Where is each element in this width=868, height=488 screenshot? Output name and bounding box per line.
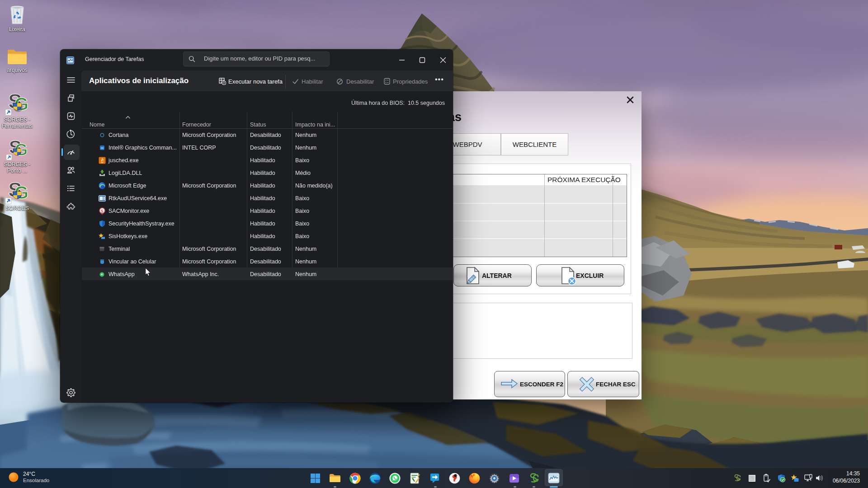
svg-text:S: S xyxy=(101,209,104,213)
